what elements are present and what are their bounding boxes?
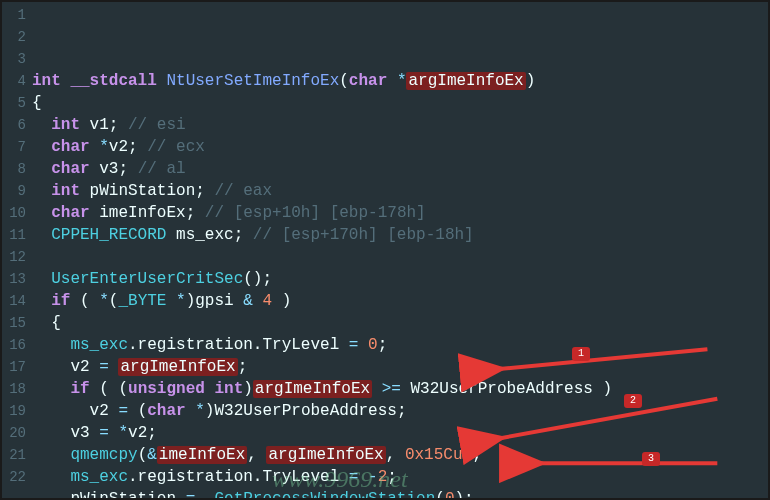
- code-token: [32, 336, 70, 354]
- code-token: // eax: [214, 182, 272, 200]
- code-line[interactable]: if ( *(_BYTE *)gpsi & 4 ): [32, 290, 768, 312]
- code-token: *: [176, 292, 186, 310]
- code-line[interactable]: CPPEH_RECORD ms_exc; // [esp+170h] [ebp-…: [32, 224, 768, 246]
- code-token: // esi: [128, 116, 186, 134]
- annotation-badge: 2: [624, 394, 642, 408]
- code-token: =: [349, 336, 368, 354]
- line-number: 8: [4, 158, 26, 180]
- code-token: gpsi: [195, 292, 243, 310]
- code-token: &: [147, 446, 157, 464]
- code-line[interactable]: char *v2; // ecx: [32, 136, 768, 158]
- code-token: v3: [32, 424, 99, 442]
- code-token: [32, 292, 51, 310]
- code-editor[interactable]: 12345678910111213141516171819202122 www.…: [2, 2, 768, 498]
- code-line[interactable]: [32, 246, 768, 268]
- code-token: v1: [90, 116, 109, 134]
- code-token: _BYTE: [118, 292, 176, 310]
- code-token: ( (: [99, 380, 128, 398]
- line-number: 5: [4, 92, 26, 114]
- line-number: 12: [4, 246, 26, 268]
- code-token: imeInfoEx: [99, 204, 185, 222]
- code-line[interactable]: if ( (unsigned int)argImeInfoEx >= W32Us…: [32, 378, 768, 400]
- code-token: char: [51, 204, 99, 222]
- code-token: (: [80, 292, 99, 310]
- code-line[interactable]: pWinStation = _GetProcessWindowStation(0…: [32, 488, 768, 500]
- code-token: ,: [386, 446, 405, 464]
- code-token: // al: [138, 160, 186, 178]
- code-token: [32, 204, 51, 222]
- line-number: 15: [4, 312, 26, 334]
- code-token: *: [195, 402, 205, 420]
- code-area[interactable]: www.9969.net int __stdcall NtUserSetImeI…: [32, 2, 768, 498]
- code-token: );: [454, 490, 473, 500]
- code-token: pWinStation: [32, 490, 186, 500]
- code-token: char: [147, 402, 195, 420]
- code-token: [32, 380, 70, 398]
- line-number: 19: [4, 400, 26, 422]
- code-token: ;: [109, 116, 128, 134]
- code-token: ): [603, 380, 613, 398]
- code-token: ;: [234, 226, 253, 244]
- code-line[interactable]: int v1; // esi: [32, 114, 768, 136]
- code-token: ms_exc: [70, 468, 128, 486]
- line-number-gutter: 12345678910111213141516171819202122: [2, 2, 32, 498]
- code-line[interactable]: char imeInfoEx; // [esp+10h] [ebp-178h]: [32, 202, 768, 224]
- code-token: ms_exc: [176, 226, 234, 244]
- code-line[interactable]: int pWinStation; // eax: [32, 180, 768, 202]
- code-token: v2: [32, 358, 99, 376]
- code-token: (: [109, 292, 119, 310]
- code-token: *: [99, 292, 109, 310]
- code-line[interactable]: {: [32, 312, 768, 334]
- code-token: ;: [195, 182, 214, 200]
- code-token: {: [32, 314, 61, 332]
- code-line[interactable]: int __stdcall NtUserSetImeInfoEx(char *a…: [32, 70, 768, 92]
- code-token: (: [339, 72, 349, 90]
- code-token: .registration.TryLevel: [128, 468, 349, 486]
- code-token: ;: [147, 424, 157, 442]
- code-token: ;: [118, 160, 137, 178]
- code-token: __stdcall: [70, 72, 166, 90]
- code-token: ;: [238, 358, 248, 376]
- line-number: 22: [4, 466, 26, 488]
- code-line[interactable]: UserEnterUserCritSec();: [32, 268, 768, 290]
- code-token: (: [138, 446, 148, 464]
- code-token: W32UserProbeAddress: [410, 380, 602, 398]
- code-token: 4: [262, 292, 281, 310]
- code-token: unsigned int: [128, 380, 243, 398]
- code-token: ;: [378, 336, 388, 354]
- code-token: v2: [32, 402, 118, 420]
- code-token: =: [99, 424, 118, 442]
- line-number: 20: [4, 422, 26, 444]
- code-line[interactable]: ms_exc.registration.TryLevel = -2;: [32, 466, 768, 488]
- code-token: int: [51, 116, 89, 134]
- code-token: 2: [378, 468, 388, 486]
- code-token: v2: [128, 424, 147, 442]
- code-token: [32, 116, 51, 134]
- code-line[interactable]: v3 = *v2;: [32, 422, 768, 444]
- code-line[interactable]: char v3; // al: [32, 158, 768, 180]
- code-token: v2: [109, 138, 128, 156]
- code-token: &: [243, 292, 262, 310]
- code-token: ;: [387, 468, 397, 486]
- code-token: (: [138, 402, 148, 420]
- code-token: _GetProcessWindowStation: [205, 490, 435, 500]
- line-number: 4: [4, 70, 26, 92]
- code-line[interactable]: v2 = argImeInfoEx;: [32, 356, 768, 378]
- code-line[interactable]: v2 = (char *)W32UserProbeAddress;: [32, 400, 768, 422]
- code-token: ms_exc: [70, 336, 128, 354]
- code-token: ;: [128, 138, 147, 156]
- code-line[interactable]: {: [32, 92, 768, 114]
- code-token: argImeInfoEx: [406, 72, 525, 90]
- code-token: int: [51, 182, 89, 200]
- code-token: int: [32, 72, 70, 90]
- code-token: ): [243, 380, 253, 398]
- line-number: 11: [4, 224, 26, 246]
- code-token: [32, 468, 70, 486]
- code-token: 0x15Cu: [405, 446, 463, 464]
- code-token: // [esp+170h] [ebp-18h]: [253, 226, 474, 244]
- code-token: ): [526, 72, 536, 90]
- code-token: ,: [247, 446, 266, 464]
- code-token: -: [368, 468, 378, 486]
- code-line[interactable]: ms_exc.registration.TryLevel = 0;: [32, 334, 768, 356]
- code-token: ();: [243, 270, 272, 288]
